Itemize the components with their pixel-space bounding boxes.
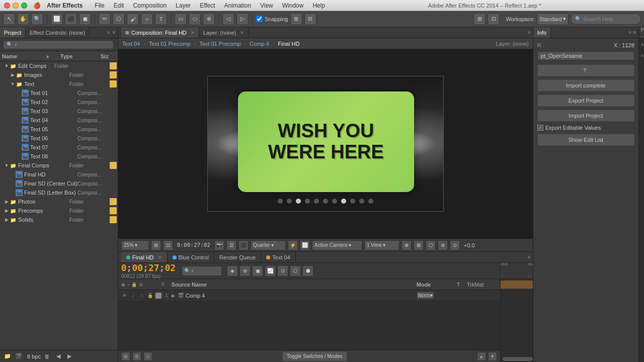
tl-zoom-in-btn[interactable]: ▼ <box>488 352 497 361</box>
comp-tab-close[interactable]: ✕ <box>191 30 195 35</box>
tool-shape-ellipse[interactable]: ⬭ <box>189 13 201 25</box>
project-search-input[interactable]: 🔍 ▾ <box>3 40 114 49</box>
tree-item-text08[interactable]: 🎬 Text 08 Composi... <box>0 152 118 161</box>
tool-clone[interactable]: ⎃ <box>141 13 153 25</box>
tl-new-comp-btn[interactable]: ⊞ <box>121 352 130 361</box>
tl-menu-icon[interactable]: ≡ <box>528 254 531 260</box>
rp-close-icon[interactable]: ✕ <box>632 30 636 35</box>
menu-composition[interactable]: Composition <box>129 1 171 10</box>
menu-edit[interactable]: Edit <box>110 1 128 10</box>
close-button[interactable] <box>4 3 10 9</box>
tl-tab-final-hd[interactable]: Final HD ✕ <box>121 252 168 262</box>
color-mgmt-btn[interactable]: ⬛ <box>238 240 249 250</box>
menu-animation[interactable]: Animation <box>220 1 255 10</box>
comp-tab-composition[interactable]: ⊞ Composition: Final HD ✕ <box>121 27 199 38</box>
export-project-btn[interactable]: Export Project <box>537 95 634 107</box>
tree-item-images[interactable]: ▶ 📁 Images Folder <box>0 70 118 79</box>
arrow-icon[interactable]: ▶ <box>4 208 9 213</box>
tl-tab-close[interactable]: ✕ <box>158 255 162 260</box>
snapping-checkbox[interactable] <box>256 16 263 22</box>
menu-view[interactable]: View <box>256 1 277 10</box>
tl-tab-blue-control[interactable]: Blue Control <box>168 252 215 262</box>
tool-mask[interactable]: ⬡ <box>113 13 125 25</box>
layer-row-1[interactable]: 👁 ♪ ○ 🔓 1 ▶ 🎬 Comp 4 N <box>118 290 500 301</box>
info-search-box[interactable] <box>537 51 634 60</box>
grid-btn[interactable]: ⊡ <box>163 240 173 250</box>
search-help-box[interactable]: 🔍 Search Help <box>571 14 641 25</box>
tool-select[interactable]: ↖ <box>3 13 15 25</box>
motion-blur-btn[interactable]: ⊛ <box>239 265 251 277</box>
menu-window[interactable]: Window <box>278 1 308 10</box>
tree-item-precomps[interactable]: ▶ 📁 Precomps Folder <box>0 206 118 215</box>
comp-tab-close[interactable]: ✕ <box>240 30 244 35</box>
tree-item-text05[interactable]: 🎬 Text 05 Composi... <box>0 125 118 134</box>
snapshot-btn[interactable]: 📷 <box>214 240 224 250</box>
breadcrumb-text04[interactable]: Text 04 <box>122 41 140 47</box>
tree-item-text02[interactable]: 🎬 Text 02 Composi... <box>0 98 118 107</box>
menu-effect[interactable]: Effect <box>196 1 219 10</box>
tree-item-text04[interactable]: 🎬 Text 04 Composi... <box>0 116 118 125</box>
graph-editor-btn[interactable]: 📈 <box>265 265 276 277</box>
nav-prev-btn[interactable]: ◀ <box>54 352 63 361</box>
tree-item-text01[interactable]: 🎬 Text 01 Composi... <box>0 88 118 98</box>
tree-item-text03[interactable]: 🎬 Text 03 Composi... <box>0 107 118 116</box>
tree-item-edit-comps[interactable]: ▼ 📁 Edit Comps Folder <box>0 61 118 70</box>
zoom-selector[interactable]: 25% ▾ <box>121 240 149 250</box>
output-btn[interactable]: ⊞ <box>414 240 424 250</box>
tool-align-right[interactable]: ▷ <box>236 13 249 25</box>
breadcrumb-text01precomp2[interactable]: Text 01 Precomp <box>199 41 241 47</box>
comp-3d-btn[interactable]: ⬡ <box>426 240 436 250</box>
tl-settings-btn[interactable]: ⚙ <box>132 352 141 361</box>
frame-blend-btn[interactable]: ▣ <box>252 265 263 277</box>
breadcrumb-comp4[interactable]: Comp 4 <box>250 41 269 47</box>
fit-comp-btn[interactable]: ⊞ <box>151 240 161 250</box>
rp-menu-icon[interactable]: ≡ <box>628 30 631 35</box>
tree-item-text06[interactable]: 🎬 Text 06 Composi... <box>0 134 118 143</box>
show-edit-list-btn[interactable]: Show Edit List <box>537 134 634 146</box>
new-folder-btn[interactable]: 📁 <box>3 352 12 361</box>
tl-scrollbar-h[interactable] <box>501 356 533 362</box>
tree-item-text[interactable]: ▼ 📁 Text Folder <box>0 79 118 88</box>
panel-close-icon[interactable]: ✕ <box>112 30 116 35</box>
tl-preview-btn[interactable]: ⊙ <box>143 352 152 361</box>
quality-selector[interactable]: Quarter ▾ <box>251 240 286 250</box>
toggle-switches-btn[interactable]: Toggle Switches / Modes <box>282 351 347 361</box>
tool-brush[interactable]: 🖌 <box>127 13 139 25</box>
tree-item-final-sd-center[interactable]: 🎬 Final SD (Center Cut) Composi... <box>0 179 118 188</box>
tool-cam-orbit[interactable]: ⬜ <box>51 13 63 25</box>
rp-tab-info[interactable]: Info <box>533 27 551 38</box>
comp-3d3-btn[interactable]: ⊙ <box>450 240 460 250</box>
arrow-icon[interactable]: ▶ <box>4 217 9 222</box>
import-project-btn[interactable]: Import Project <box>537 110 634 122</box>
tl-tab-text04[interactable]: Text 04 <box>261 252 295 262</box>
scrollbar-thumb[interactable] <box>503 357 533 361</box>
bit-depth-label[interactable]: 8 bpc <box>27 353 41 359</box>
import-complete-btn[interactable]: Import complete <box>537 79 634 92</box>
workspace-selector[interactable]: Standard ▾ <box>537 13 569 25</box>
solo-btn[interactable]: ◈ <box>227 265 238 277</box>
tl-time-display[interactable]: 0;00;27;02 <box>121 263 176 273</box>
search-dropdown-icon[interactable]: ▾ <box>15 42 17 47</box>
panel-menu-icon[interactable]: ≡ <box>107 30 110 35</box>
comp-tab-layer[interactable]: Layer: (none) ✕ <box>199 27 249 38</box>
panel-menu-icon[interactable]: ≡ <box>528 30 531 35</box>
nav-next-btn[interactable]: ▶ <box>65 352 74 361</box>
layer-expand-btn[interactable]: ▶ <box>172 293 178 298</box>
tool-hand[interactable]: ✋ <box>17 13 29 25</box>
breadcrumb-text01precomp1[interactable]: Text 01 Precomp <box>149 41 191 47</box>
arrow-icon[interactable]: ▼ <box>4 163 9 168</box>
arrow-icon[interactable]: ▼ <box>10 81 15 86</box>
tl-nav-up-btn[interactable]: ▲ <box>477 352 486 361</box>
tl-tab-render-queue[interactable]: Render Queue <box>214 252 261 262</box>
arrow-icon[interactable]: ▶ <box>10 72 15 77</box>
tree-item-final-hd[interactable]: 🎬 Final HD Composi... <box>0 170 118 179</box>
tl-search-chevron-icon[interactable]: ▾ <box>191 268 194 274</box>
tab-project[interactable]: Project <box>0 27 26 38</box>
tree-item-final-comps[interactable]: ▼ 📁 Final Comps Folder <box>0 161 118 170</box>
minimize-button[interactable] <box>13 3 19 9</box>
tool-text[interactable]: T <box>155 13 167 25</box>
tl-track-bar-1[interactable] <box>501 281 533 289</box>
vis-lock-btn[interactable]: 🔓 <box>147 292 154 299</box>
help-btn[interactable]: ? <box>537 64 634 76</box>
composition-options-btn[interactable]: ⊡ <box>488 13 500 25</box>
